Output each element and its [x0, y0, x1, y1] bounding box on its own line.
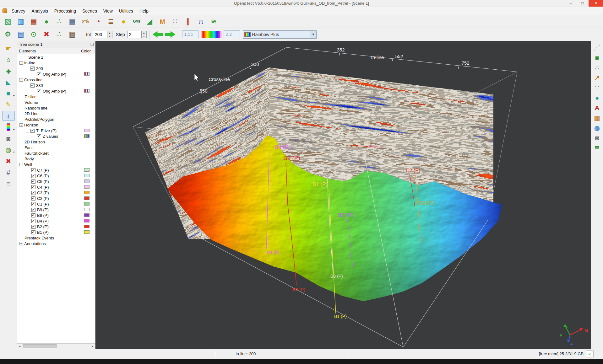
color-swatch[interactable] — [84, 196, 90, 200]
minimize-button[interactable]: – — [565, 0, 577, 7]
menu-item[interactable]: Scenes — [79, 8, 100, 13]
checkbox[interactable] — [31, 196, 35, 201]
range-min-field[interactable]: 1.55 — [182, 30, 198, 38]
tree-item[interactable]: 2D Horizon — [17, 139, 95, 145]
maximize-button[interactable]: □ — [577, 0, 589, 7]
tree-item[interactable]: - Horizon — [17, 122, 95, 128]
checkbox[interactable] — [37, 134, 41, 138]
view-mode-icon[interactable]: ◣ — [2, 77, 15, 87]
step-down-button[interactable]: ▼ — [142, 35, 146, 38]
tree-item[interactable]: + Annotations — [17, 241, 95, 246]
vertical-scale-icon[interactable]: ↕ — [2, 111, 15, 121]
scroll-left-button[interactable]: ◄ — [17, 344, 22, 349]
menu-item[interactable]: View — [100, 8, 116, 13]
tree-item[interactable]: C5 (P) — [17, 179, 95, 184]
color-swatch[interactable] — [84, 89, 90, 93]
menu-item[interactable]: Help — [136, 8, 152, 13]
color-swatch[interactable] — [84, 208, 90, 211]
pi-attribute-icon[interactable]: π — [195, 16, 207, 27]
checkbox[interactable] — [31, 168, 35, 172]
snapshot-icon[interactable]: ◙ — [2, 133, 15, 143]
checkbox[interactable] — [31, 191, 35, 195]
scroll-right-button[interactable]: ► — [90, 344, 95, 349]
dropdown-caret-icon[interactable] — [13, 126, 15, 132]
color-swatch[interactable] — [84, 174, 90, 177]
tree-item[interactable]: B4 (P) — [17, 218, 95, 224]
tree-item[interactable]: C4 (P) — [17, 184, 95, 190]
scene-items-icon[interactable]: ∴ — [592, 63, 602, 72]
step-value[interactable]: 2 — [127, 31, 142, 38]
globe-icon[interactable]: ◍ — [592, 123, 602, 132]
dip-steering-icon[interactable]: ◔ — [92, 16, 104, 27]
tree-item[interactable]: FaultStickSet — [17, 150, 95, 156]
color-swatch[interactable] — [84, 202, 90, 206]
expander-icon[interactable]: - — [26, 129, 29, 132]
seismic-import-icon[interactable]: ▥ — [15, 16, 27, 27]
tree-item[interactable]: - Well — [17, 162, 95, 167]
3d-viewport[interactable]: 352 In-line 552 752 350 Cross-line 550 — [95, 41, 591, 349]
expander-icon[interactable]: - — [19, 61, 23, 65]
color-swatch[interactable] — [84, 225, 90, 228]
basin-modeling-icon[interactable]: ≋ — [208, 16, 220, 27]
fault-toolkit-icon[interactable]: ∥ — [182, 16, 194, 27]
well-tools-icon[interactable]: # — [2, 167, 15, 177]
tree-item[interactable]: 2D Line — [17, 111, 95, 116]
tree-item[interactable]: C1 (P) — [17, 201, 95, 207]
color-swatch[interactable] — [84, 185, 90, 189]
tree-item[interactable]: C3 (P) — [17, 190, 95, 195]
tree-item[interactable]: - T_Etive (P) — [17, 128, 95, 133]
hand-pointer-icon[interactable]: ☛ — [2, 43, 15, 53]
camera-icon[interactable]: ◙ — [592, 133, 602, 142]
checkbox[interactable] — [31, 219, 35, 223]
tree-item[interactable]: Random line — [17, 105, 95, 111]
tree-item[interactable]: - 200 — [17, 66, 95, 71]
lock-icon[interactable]: ⊙ — [28, 29, 40, 40]
menu-item[interactable]: Analysis — [29, 8, 51, 13]
tree-item[interactable]: Z-slice — [17, 94, 95, 99]
colortable-combobox[interactable]: Rainbow Plus ▼ — [243, 30, 317, 39]
orientation-icon[interactable]: ↗ — [592, 73, 602, 82]
tree-item[interactable]: Z values — [17, 133, 95, 139]
cube-display-icon[interactable]: ■ — [2, 88, 15, 98]
color-swatch[interactable] — [84, 179, 90, 183]
checkbox[interactable] — [31, 225, 35, 229]
expander-icon[interactable]: - — [26, 84, 29, 87]
tree-item[interactable]: PickSet/Polygon — [17, 116, 95, 122]
stereo-view-icon[interactable]: ◍ — [2, 145, 15, 155]
gmt-icon[interactable]: GMT — [131, 16, 143, 27]
menu-item[interactable]: Utilities — [116, 8, 136, 13]
checkbox[interactable] — [37, 72, 41, 76]
tree-item[interactable]: - In-line — [17, 60, 95, 66]
colortable-grid-icon[interactable]: ▦ — [592, 113, 602, 122]
checkbox[interactable] — [30, 129, 35, 133]
3d-scene[interactable]: 352 In-line 552 752 350 Cross-line 550 — [95, 41, 591, 349]
color-swatch[interactable] — [84, 230, 90, 234]
colorbar-icon[interactable] — [2, 122, 15, 132]
checkbox[interactable] — [31, 202, 35, 206]
color-swatch[interactable] — [84, 72, 90, 76]
titlebar[interactable]: OpendTect V6.0.0-20150518/win64: GullFak… — [0, 0, 603, 7]
step-up-button[interactable]: ▲ — [142, 31, 146, 35]
add-scene-icon[interactable]: ■ — [592, 53, 602, 62]
scene-tree-icon[interactable]: ∴ — [53, 29, 65, 40]
checkbox[interactable] — [31, 230, 35, 234]
checkbox[interactable] — [31, 213, 35, 217]
tree-item[interactable]: C7 (P) — [17, 167, 95, 173]
tree-item[interactable]: Fault — [17, 145, 95, 150]
tree-item[interactable]: Orig Amp (P) — [17, 71, 95, 77]
close-button[interactable]: ✕ — [589, 0, 603, 7]
colortable-gradient[interactable] — [201, 31, 221, 38]
remove-scene-icon[interactable]: ✖ — [2, 156, 15, 166]
directional-light-icon[interactable]: ⋰ — [592, 43, 602, 52]
tree-item[interactable]: Scene 1 — [17, 54, 95, 60]
combobox-dropdown-arrow[interactable]: ▼ — [310, 31, 316, 38]
menu-item[interactable]: Survey — [8, 8, 29, 13]
range-max-field[interactable]: 2.2 — [224, 30, 240, 38]
tree-hscrollbar[interactable]: ◄ ► — [17, 343, 95, 349]
expander-icon[interactable]: - — [19, 163, 23, 166]
polygon-select-icon[interactable]: ✎ — [2, 99, 15, 110]
expander-icon[interactable]: - — [19, 123, 23, 127]
soft-dots-icon[interactable]: ∵ — [592, 83, 602, 92]
rock-physics-icon[interactable]: ρ=τλ — [79, 16, 91, 27]
inl-value[interactable]: 200 — [93, 31, 107, 38]
